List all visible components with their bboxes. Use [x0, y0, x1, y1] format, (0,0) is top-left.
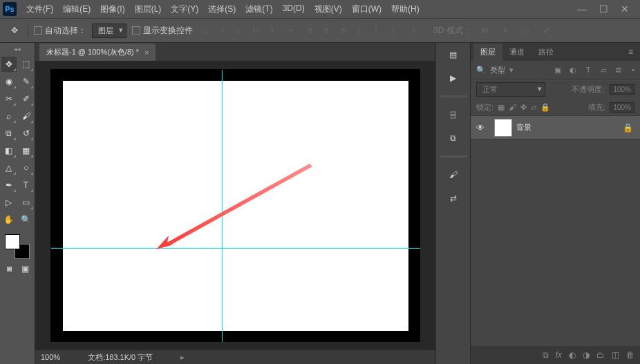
filter-shape-icon[interactable]: ▱: [597, 64, 610, 75]
opacity-value[interactable]: 100%: [610, 84, 634, 95]
tab-channels[interactable]: 通道: [502, 44, 531, 61]
auto-select-dropdown[interactable]: 图层: [92, 23, 126, 38]
filter-smart-icon[interactable]: ⧉: [612, 64, 625, 75]
blur-tool[interactable]: △: [1, 160, 17, 175]
align-bottom-icon[interactable]: ⫠: [232, 23, 247, 38]
history-panel-icon[interactable]: ▤: [444, 46, 462, 64]
align-top-icon[interactable]: ⫠: [198, 23, 214, 38]
healing-tool[interactable]: ⌕: [1, 108, 17, 124]
quickmask-icon[interactable]: ◙: [3, 263, 17, 274]
actions-panel-icon[interactable]: ▶: [444, 69, 462, 87]
close-icon[interactable]: ✕: [621, 3, 629, 15]
eyedropper-tool[interactable]: ✐: [19, 91, 34, 106]
filter-type-icon[interactable]: T: [582, 64, 594, 75]
lock-position-icon[interactable]: ✥: [520, 103, 527, 112]
distribute-bottom-icon[interactable]: ≡: [335, 23, 350, 38]
adjustment-layer-icon[interactable]: ◑: [583, 350, 590, 360]
lock-indicator-icon[interactable]: 🔒: [623, 123, 633, 133]
pan-icon[interactable]: ✧: [498, 23, 513, 38]
canvas[interactable]: [63, 81, 408, 331]
brush-presets-panel-icon[interactable]: ⇄: [444, 189, 462, 207]
move-tool-icon[interactable]: ✥: [7, 23, 22, 38]
distribute-hcenter-icon[interactable]: ⋮: [368, 23, 384, 38]
tab-paths[interactable]: 路径: [531, 44, 561, 61]
stamp-tool[interactable]: ⧉: [1, 126, 17, 141]
color-swatches[interactable]: [5, 234, 30, 259]
distribute-top-icon[interactable]: ≡: [302, 23, 317, 38]
menu-edit[interactable]: 编辑(E): [59, 1, 95, 18]
layer-mask-icon[interactable]: ◐: [569, 350, 576, 360]
eraser-tool[interactable]: ◧: [1, 143, 17, 158]
layer-thumbnail[interactable]: [494, 119, 512, 137]
foreground-swatch[interactable]: [5, 234, 20, 249]
search-icon[interactable]: 🔍: [476, 66, 486, 75]
minimize-icon[interactable]: —: [577, 3, 587, 15]
orbit-icon[interactable]: ⟲: [477, 23, 492, 38]
menu-select[interactable]: 选择(S): [204, 1, 240, 18]
align-right-icon[interactable]: ⊣: [281, 23, 297, 38]
hand-tool[interactable]: ✋: [1, 212, 17, 227]
distribute-vcenter-icon[interactable]: ≡: [319, 23, 334, 38]
align-hcenter-icon[interactable]: ⫲: [265, 23, 280, 38]
document-tab[interactable]: 未标题-1 @ 100%(灰色/8) * ×: [39, 44, 156, 61]
group-icon[interactable]: 🗀: [596, 350, 605, 360]
auto-select-check[interactable]: 自动选择：: [34, 25, 86, 37]
menu-type[interactable]: 文字(Y): [167, 1, 203, 18]
link-layers-icon[interactable]: ⧉: [543, 350, 549, 360]
lock-pixels-icon[interactable]: ▦: [498, 103, 505, 112]
menu-view[interactable]: 视图(V): [310, 1, 346, 18]
blend-mode-dropdown[interactable]: 正常: [476, 82, 545, 97]
new-layer-icon[interactable]: ◫: [612, 350, 619, 360]
crop-tool[interactable]: ✂: [1, 91, 17, 106]
quick-select-tool[interactable]: ✎: [19, 74, 34, 89]
distribute-right-icon[interactable]: ⋮: [385, 23, 400, 38]
dodge-tool[interactable]: ○: [19, 160, 34, 175]
layer-name[interactable]: 背景: [516, 122, 531, 133]
tab-layers[interactable]: 图层: [473, 44, 502, 61]
lock-brush-icon[interactable]: 🖌: [509, 103, 516, 112]
pen-tool[interactable]: ✒: [1, 178, 17, 193]
lock-artboard-icon[interactable]: ▱: [531, 103, 536, 112]
panel-menu-icon[interactable]: ≡: [624, 47, 637, 57]
zoom-level[interactable]: 100%: [41, 353, 60, 361]
toolbox-collapse-icon[interactable]: ◂◂: [12, 44, 22, 54]
lock-all-icon[interactable]: 🔒: [540, 103, 550, 112]
menu-filter[interactable]: 滤镜(T): [241, 1, 276, 18]
filter-toggle-icon[interactable]: •: [632, 66, 634, 74]
filter-adjust-icon[interactable]: ◐: [567, 64, 579, 75]
character-panel-icon[interactable]: ⌸: [444, 106, 462, 124]
path-select-tool[interactable]: ▷: [1, 195, 17, 210]
canvas-viewport[interactable]: [35, 61, 435, 350]
type-tool[interactable]: T: [19, 178, 34, 193]
filter-type-dropdown[interactable]: 类型: [490, 65, 505, 75]
align-vcenter-icon[interactable]: ⫲: [215, 23, 230, 38]
tab-close-icon[interactable]: ×: [144, 48, 149, 57]
brush-panel-icon[interactable]: 🖌: [444, 166, 462, 184]
distribute-more-icon[interactable]: ⫴: [406, 23, 421, 38]
menu-window[interactable]: 窗口(W): [348, 1, 386, 18]
layer-fx-icon[interactable]: fx: [556, 350, 562, 360]
maximize-icon[interactable]: ☐: [599, 3, 608, 15]
move-tool[interactable]: ✥: [1, 57, 17, 72]
shape-tool[interactable]: ▭: [19, 195, 34, 210]
menu-3d[interactable]: 3D(D): [279, 1, 309, 18]
dolly-icon[interactable]: ▭: [518, 23, 534, 38]
brush-tool[interactable]: 🖌: [19, 108, 34, 124]
gradient-tool[interactable]: ▦: [19, 143, 34, 158]
distribute-left-icon[interactable]: ⋮: [352, 23, 367, 38]
lasso-tool[interactable]: ◉: [1, 74, 17, 89]
visibility-icon[interactable]: 👁: [471, 123, 490, 133]
delete-layer-icon[interactable]: 🗑: [626, 350, 634, 360]
slide-icon[interactable]: ⤢: [539, 23, 554, 38]
paragraph-panel-icon[interactable]: ⧉: [444, 129, 462, 147]
layer-row[interactable]: 👁 背景 🔒: [471, 116, 640, 140]
filter-pixel-icon[interactable]: ▣: [552, 64, 564, 75]
align-left-icon[interactable]: ⊢: [248, 23, 263, 38]
menu-layer[interactable]: 图层(L): [131, 1, 166, 18]
status-arrow-icon[interactable]: ▸: [180, 353, 185, 362]
show-transform-check[interactable]: 显示变换控件: [132, 25, 193, 37]
fill-value[interactable]: 100%: [610, 102, 634, 113]
menu-image[interactable]: 图像(I): [96, 1, 129, 18]
zoom-tool[interactable]: 🔍: [19, 212, 34, 227]
screenmode-icon[interactable]: ▣: [19, 263, 32, 274]
